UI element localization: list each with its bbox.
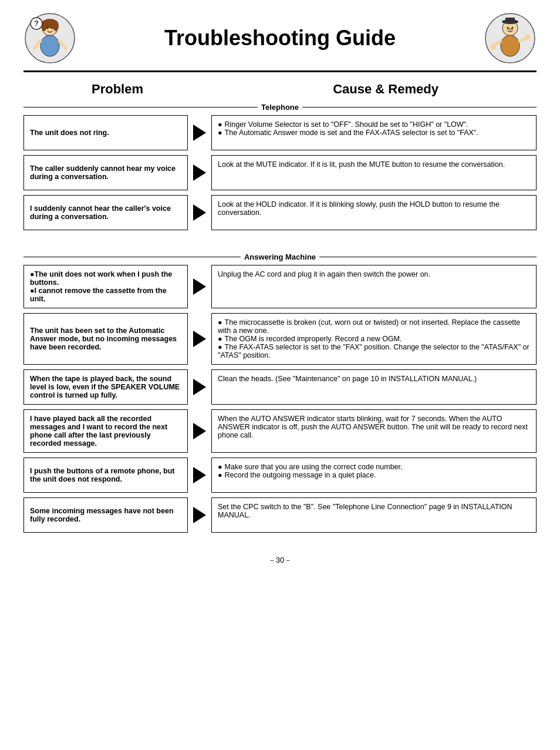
cause-item: The Automatic Answer mode is set and the… bbox=[218, 129, 530, 137]
problem-box: ●The unit does not work when I push the … bbox=[23, 265, 188, 308]
cause-item: The OGM is recorded improperly. Record a… bbox=[218, 335, 530, 343]
header-divider bbox=[23, 70, 537, 72]
cause-text: Set the CPC switch to the "B". See "Tele… bbox=[218, 503, 530, 519]
row-0-2: I suddenly cannot hear the caller's voic… bbox=[23, 195, 537, 230]
arrow-indicator bbox=[188, 497, 211, 533]
row-1-0: ●The unit does not work when I push the … bbox=[23, 265, 537, 308]
cause-text: Look at the MUTE indicator. If it is lit… bbox=[218, 160, 530, 169]
divider-line bbox=[23, 257, 241, 257]
cause-list: Make sure that you are using the correct… bbox=[218, 463, 530, 479]
arrow-icon bbox=[193, 467, 206, 483]
row-1-3: I have played back all the recorded mess… bbox=[23, 409, 537, 453]
arrow-indicator bbox=[188, 115, 211, 150]
cause-text: Unplug the AC cord and plug it in again … bbox=[218, 270, 530, 278]
page-footer: －30－ bbox=[23, 555, 537, 566]
section-label: Telephone bbox=[258, 103, 302, 112]
row-1-1: The unit has been set to the Automatic A… bbox=[23, 313, 537, 365]
arrow-icon bbox=[193, 278, 206, 295]
svg-point-7 bbox=[41, 35, 59, 56]
row-0-1: The caller suddenly cannot hear my voice… bbox=[23, 155, 537, 190]
cause-box: Unplug the AC cord and plug it in again … bbox=[211, 265, 537, 308]
row-1-2: When the tape is played back, the sound … bbox=[23, 369, 537, 405]
column-headers: Problem Cause & Remedy bbox=[23, 82, 537, 97]
svg-point-4 bbox=[53, 21, 59, 31]
divider-line bbox=[23, 107, 258, 107]
arrow-indicator bbox=[188, 195, 211, 230]
page-number: －30－ bbox=[268, 556, 292, 564]
right-person-icon bbox=[484, 12, 537, 65]
arrow-icon bbox=[193, 204, 206, 221]
header: ? Troubleshooting Guide bbox=[23, 12, 537, 65]
cause-box: The microcassette is broken (cut, worn o… bbox=[211, 313, 537, 365]
page-title: Troubleshooting Guide bbox=[76, 26, 484, 51]
cause-box: Set the CPC switch to the "B". See "Tele… bbox=[211, 497, 537, 533]
section-label: Answering Machine bbox=[241, 253, 319, 261]
cause-header: Cause & Remedy bbox=[235, 82, 537, 97]
cause-box: Make sure that you are using the correct… bbox=[211, 458, 537, 493]
arrow-icon bbox=[193, 125, 206, 141]
cause-list: The microcassette is broken (cut, worn o… bbox=[218, 318, 530, 359]
svg-rect-15 bbox=[505, 18, 515, 23]
arrow-icon bbox=[193, 379, 206, 395]
row-1-5: Some incoming messages have not been ful… bbox=[23, 497, 537, 533]
cause-box: Clean the heads. (See "Maintenance" on p… bbox=[211, 369, 537, 405]
problem-box: When the tape is played back, the sound … bbox=[23, 369, 188, 405]
problem-box: I have played back all the recorded mess… bbox=[23, 409, 188, 453]
problem-header: Problem bbox=[23, 82, 211, 97]
problem-box: The unit does not ring. bbox=[23, 115, 188, 150]
cause-box: When the AUTO ANSWER indicator starts bl… bbox=[211, 409, 537, 453]
left-person-icon: ? bbox=[23, 12, 76, 65]
problem-box: Some incoming messages have not been ful… bbox=[23, 497, 188, 533]
problem-box: I suddenly cannot hear the caller's voic… bbox=[23, 195, 188, 230]
problem-box: The caller suddenly cannot hear my voice… bbox=[23, 155, 188, 190]
arrow-icon bbox=[193, 423, 206, 439]
problem-box: The unit has been set to the Automatic A… bbox=[23, 313, 188, 365]
svg-point-20 bbox=[490, 44, 496, 50]
cause-item: The microcassette is broken (cut, worn o… bbox=[218, 318, 530, 335]
svg-point-16 bbox=[507, 27, 509, 29]
divider-line bbox=[319, 257, 537, 257]
svg-point-17 bbox=[512, 27, 514, 29]
row-0-0: The unit does not ring.Ringer Volume Sel… bbox=[23, 115, 537, 150]
arrow-indicator bbox=[188, 313, 211, 365]
arrow-icon bbox=[193, 164, 206, 181]
cause-box: Ringer Volume Selector is set to "OFF". … bbox=[211, 115, 537, 150]
arrow-icon bbox=[193, 507, 206, 523]
cause-text: When the AUTO ANSWER indicator starts bl… bbox=[218, 415, 530, 439]
arrow-indicator bbox=[188, 369, 211, 405]
section-divider-1: Answering Machine bbox=[23, 253, 537, 261]
divider-line bbox=[302, 107, 537, 107]
section-divider-0: Telephone bbox=[23, 103, 537, 112]
cause-item: The FAX-ATAS selector is set to the "FAX… bbox=[218, 343, 530, 359]
svg-point-18 bbox=[501, 35, 519, 56]
cause-text: Look at the HOLD indicator. If it is bli… bbox=[218, 200, 530, 217]
arrow-indicator bbox=[188, 265, 211, 308]
cause-item: Record the outgoing message in a quiet p… bbox=[218, 471, 530, 479]
arrow-indicator bbox=[188, 409, 211, 453]
page: ? Troubleshooting Guide bbox=[0, 0, 560, 750]
problem-box: I push the buttons of a remote phone, bu… bbox=[23, 458, 188, 493]
sections-container: Telephone The unit does not ring.Ringer … bbox=[23, 103, 537, 537]
cause-text: Clean the heads. (See "Maintenance" on p… bbox=[218, 375, 530, 383]
cause-box: Look at the MUTE indicator. If it is lit… bbox=[211, 155, 537, 190]
cause-item: Make sure that you are using the correct… bbox=[218, 463, 530, 471]
svg-point-6 bbox=[52, 28, 53, 29]
cause-item: Ringer Volume Selector is set to "OFF". … bbox=[218, 120, 530, 129]
arrow-indicator bbox=[188, 155, 211, 190]
cause-list: Ringer Volume Selector is set to "OFF". … bbox=[218, 120, 530, 137]
svg-text:?: ? bbox=[34, 19, 39, 28]
arrow-icon bbox=[193, 331, 206, 347]
cause-box: Look at the HOLD indicator. If it is bli… bbox=[211, 195, 537, 230]
svg-point-5 bbox=[47, 28, 49, 29]
arrow-indicator bbox=[188, 458, 211, 493]
row-1-4: I push the buttons of a remote phone, bu… bbox=[23, 458, 537, 493]
svg-point-22 bbox=[525, 34, 531, 40]
